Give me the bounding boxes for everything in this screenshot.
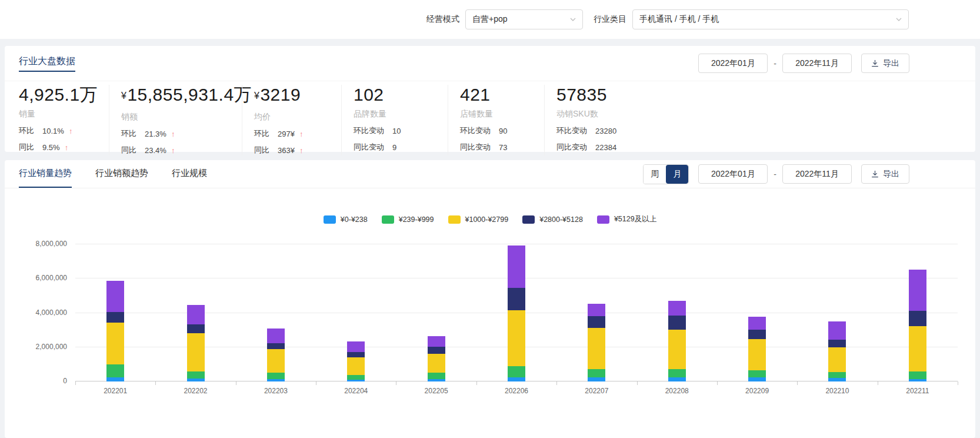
bar-segment [428, 336, 445, 347]
bar-segment [828, 340, 846, 347]
mode-select-value: 自营+pop [472, 14, 565, 25]
bar-segment [748, 339, 766, 370]
metric-value: 23280 [595, 127, 616, 135]
date-range-separator: - [774, 59, 776, 68]
bar-segment [588, 328, 605, 369]
mode-select[interactable]: 自营+pop [465, 9, 583, 29]
legend-item[interactable]: ¥2800-¥5128 [522, 215, 583, 224]
x-axis-tick [316, 381, 316, 385]
bar-segment [909, 270, 926, 311]
bar-202209[interactable] [748, 317, 766, 381]
bar-202211[interactable] [909, 270, 926, 381]
category-select[interactable]: 手机通讯 / 手机 / 手机 [632, 9, 909, 29]
chart-legend: ¥0-¥238¥239-¥999¥1000-¥2799¥2800-¥5128¥5… [5, 214, 975, 224]
legend-item[interactable]: ¥0-¥238 [324, 215, 368, 224]
kpi-metric-row: 同比363¥↑ [254, 145, 341, 155]
y-axis-label: 2,000,000 [5, 343, 67, 351]
legend-label: ¥2800-¥5128 [539, 215, 583, 224]
bar-segment [187, 371, 205, 379]
bar-segment [187, 379, 205, 381]
metric-name: 同比变动 [460, 142, 491, 152]
bar-segment [668, 377, 686, 381]
download-icon [871, 59, 879, 67]
up-arrow-icon: ↑ [69, 127, 73, 135]
x-axis-tick [958, 381, 958, 385]
bar-202208[interactable] [668, 301, 686, 381]
metric-value: 23.4% [145, 146, 166, 155]
bar-segment [748, 330, 766, 339]
kpi-row: 4,925.1万销量环比10.1%↑同比9.5%↑¥15,855,931.4万销… [5, 81, 975, 155]
period-周[interactable]: 周 [644, 165, 666, 184]
kpi-metric-row: 同比变动73 [460, 142, 544, 152]
bar-segment [668, 369, 686, 377]
bar-segment [909, 371, 926, 379]
bar-segment [588, 369, 605, 377]
bar-segment [347, 341, 365, 352]
y-axis-label: 8,000,000 [5, 240, 67, 248]
kpi-value: 102 [354, 85, 448, 105]
tab-行业销额趋势[interactable]: 行业销额趋势 [95, 160, 148, 188]
metric-value: 297¥ [278, 130, 295, 138]
x-axis-label: 202201 [89, 387, 142, 395]
bar-segment [748, 370, 766, 377]
bar-segment [267, 343, 285, 349]
kpi-card-销额: ¥15,855,931.4万销额环比21.3%↑同比23.4%↑ [109, 85, 242, 155]
bar-segment [106, 281, 124, 312]
bar-segment [508, 245, 525, 288]
bar-segment [428, 379, 445, 381]
overview-date-start[interactable]: 2022年01月 [698, 54, 768, 73]
kpi-metric-row: 环比变动10 [354, 125, 448, 136]
export-label: 导出 [883, 169, 899, 180]
bar-202202[interactable] [187, 305, 205, 381]
metric-value: 22384 [595, 143, 616, 152]
bar-segment [588, 304, 605, 316]
bar-segment [106, 312, 124, 323]
trend-controls: 周月 2022年01月 - 2022年11月 导出 [643, 160, 909, 188]
bar-segment [428, 354, 445, 373]
bar-segment [508, 288, 525, 310]
bar-202204[interactable] [347, 341, 365, 381]
bar-202205[interactable] [428, 336, 445, 381]
trend-tabs-row: 行业销量趋势行业销额趋势行业规模 周月 2022年01月 - 2022年11月 … [5, 160, 975, 188]
x-axis-tick [75, 381, 76, 385]
metric-name: 同比 [19, 142, 34, 152]
metric-name: 环比变动 [556, 125, 587, 136]
tab-行业规模[interactable]: 行业规模 [172, 160, 207, 188]
kpi-card-均价: ¥3219均价环比297¥↑同比363¥↑ [242, 85, 341, 155]
bar-202210[interactable] [828, 321, 846, 381]
bar-segment [828, 378, 846, 381]
kpi-metric-row: 环比变动90 [460, 125, 544, 136]
bar-segment [909, 379, 926, 381]
legend-swatch-icon [324, 215, 336, 224]
kpi-card-品牌数量: 102品牌数量环比变动10同比变动9 [341, 85, 448, 155]
kpi-value: 421 [460, 85, 544, 105]
bar-segment [668, 301, 686, 316]
trend-date-start[interactable]: 2022年01月 [698, 164, 768, 184]
x-axis-label: 202202 [169, 387, 222, 395]
bar-segment [347, 375, 365, 380]
trend-export-button[interactable]: 导出 [861, 164, 909, 184]
metric-name: 环比变动 [460, 125, 491, 136]
kpi-value: 57835 [556, 85, 975, 105]
up-arrow-icon: ↑ [171, 130, 175, 138]
bar-202203[interactable] [267, 328, 285, 381]
x-axis-label: 202207 [570, 387, 623, 395]
bar-202201[interactable] [106, 281, 124, 381]
x-axis-tick [236, 381, 236, 385]
overview-export-button[interactable]: 导出 [861, 54, 909, 73]
x-axis-tick [717, 381, 718, 385]
metric-value: 363¥ [278, 146, 295, 155]
overview-date-end[interactable]: 2022年11月 [782, 54, 852, 73]
bar-202207[interactable] [588, 304, 605, 381]
chart-plot-area: 2022012022022022032022042022052022062022… [75, 244, 958, 381]
period-月[interactable]: 月 [666, 165, 688, 184]
tab-行业销量趋势[interactable]: 行业销量趋势 [19, 160, 72, 188]
legend-label: ¥0-¥238 [341, 215, 368, 224]
legend-item[interactable]: ¥1000-¥2799 [448, 215, 509, 224]
bar-202206[interactable] [508, 245, 525, 381]
overview-title[interactable]: 行业大盘数据 [19, 55, 75, 72]
legend-item[interactable]: ¥5129及以上 [597, 214, 656, 224]
kpi-label: 品牌数量 [354, 109, 448, 120]
trend-date-end[interactable]: 2022年11月 [782, 164, 852, 184]
legend-item[interactable]: ¥239-¥999 [382, 215, 434, 224]
